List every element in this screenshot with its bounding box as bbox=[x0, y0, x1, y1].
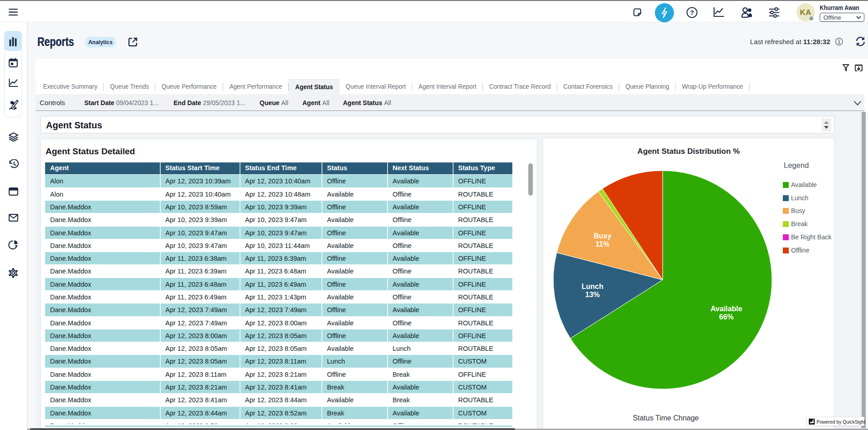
svg-text:?: ? bbox=[690, 9, 694, 16]
